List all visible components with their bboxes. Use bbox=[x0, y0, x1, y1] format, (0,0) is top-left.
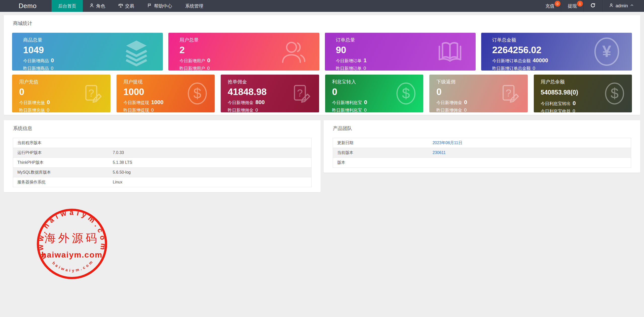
recharge-label: 充值 bbox=[545, 3, 554, 9]
dollar-circle-icon: $ bbox=[395, 82, 417, 105]
flag-icon bbox=[147, 3, 152, 9]
row-value: 5.1.38 LTS bbox=[108, 158, 311, 168]
stat-line-label: 昨日新增充值 bbox=[19, 107, 45, 112]
stat-line-value: 0 bbox=[47, 99, 50, 106]
svg-text:haiwaiym.com: haiwaiym.com bbox=[52, 259, 95, 273]
stat-line-value: 0 bbox=[533, 66, 535, 71]
stat-line-label: 今日利息宝转出 bbox=[541, 101, 571, 107]
admin-user-menu[interactable]: admin bbox=[602, 0, 640, 12]
stat-line-label: 今日新增订单总金额 bbox=[492, 58, 531, 64]
row-label: 服务器操作系统 bbox=[13, 177, 109, 187]
stat-line-label: 今日新增提现 bbox=[124, 100, 149, 106]
refresh-button[interactable] bbox=[583, 0, 602, 12]
nav-item-roles[interactable]: 角色 bbox=[83, 0, 112, 12]
product-team-panel: 产品团队 更新日期 2023年06月11日 当前版本 230611 版本 bbox=[324, 120, 640, 173]
stat-line-value: 0 bbox=[364, 66, 366, 71]
main-menu: 后台首页 角色 交易 帮助中心 系统管理 bbox=[52, 0, 210, 12]
scales-icon bbox=[118, 3, 123, 9]
withdraw-label: 提现 bbox=[568, 3, 577, 9]
table-row: 服务器操作系统 Linux bbox=[13, 177, 312, 187]
stat-card-user-withdraw: 用户提现 1000 今日新增提现1000 昨日新增提现0 $ bbox=[117, 75, 215, 112]
stamp-center-cn-text: 海外源码 bbox=[45, 232, 99, 244]
nav-item-help-center[interactable]: 帮助中心 bbox=[141, 0, 179, 12]
svg-text:¥: ¥ bbox=[602, 42, 611, 60]
stat-line-label: 昨日新增利息宝 bbox=[332, 107, 362, 112]
stat-line-label: 昨日新增用户 bbox=[179, 66, 205, 71]
system-info-title: 系统信息 bbox=[8, 125, 316, 132]
open-book-icon bbox=[436, 38, 464, 66]
nav-item-label: 帮助中心 bbox=[154, 3, 172, 9]
current-version-link[interactable]: 230611 bbox=[433, 150, 446, 155]
nav-item-trade[interactable]: 交易 bbox=[112, 0, 141, 12]
row-value bbox=[428, 158, 631, 168]
stat-card-total-orders: 订单总量 90 今日新增订单1 昨日新增订单0 bbox=[325, 33, 476, 71]
stat-line-value: 40000 bbox=[533, 57, 548, 64]
row-label: 当前程序版本 bbox=[13, 138, 109, 148]
stat-cards-row-1: 商品总量 1049 今日新增商品0 昨日新增商品0 用户总量 2 今日新增用户0… bbox=[8, 33, 636, 71]
system-info-table: 当前程序版本 运行PHP版本 7.0.33 ThinkPHP版本 5.1.38 … bbox=[13, 138, 312, 187]
watermark-stamp: www.haiwaiym.com 海外源码 haiwaiym.com haiwa… bbox=[35, 207, 109, 281]
stat-line-value: 0 bbox=[47, 108, 49, 112]
stat-line-label: 今日新增充值 bbox=[19, 100, 45, 106]
svg-text:?: ? bbox=[506, 87, 511, 99]
document-question-pencil-icon: ? bbox=[498, 82, 521, 105]
table-row: ThinkPHP版本 5.1.38 LTS bbox=[13, 158, 312, 168]
row-label: 当前版本 bbox=[333, 148, 428, 158]
withdraw-button[interactable]: 提现 1 bbox=[561, 0, 583, 12]
dollar-circle-icon: $ bbox=[604, 82, 625, 105]
brand-logo[interactable]: Demo bbox=[0, 0, 52, 12]
navbar-right: 充值 0 提现 1 admin bbox=[539, 0, 644, 12]
stat-line-value: 0 bbox=[364, 108, 367, 112]
bottom-panels: 系统信息 当前程序版本 运行PHP版本 7.0.33 ThinkPHP版本 5.… bbox=[4, 120, 640, 192]
admin-username: admin bbox=[616, 3, 628, 9]
layers-icon bbox=[122, 37, 151, 67]
nav-item-dashboard[interactable]: 后台首页 bbox=[52, 0, 83, 12]
nav-item-system-management[interactable]: 系统管理 bbox=[179, 0, 210, 12]
nav-item-label: 系统管理 bbox=[185, 3, 203, 9]
stat-card-user-recharge: 用户充值 0 今日新增充值0 昨日新增充值0 ? bbox=[12, 75, 110, 112]
stamp-circle-icon: www.haiwaiym.com 海外源码 haiwaiym.com haiwa… bbox=[35, 207, 109, 281]
table-row: 运行PHP版本 7.0.33 bbox=[13, 148, 312, 158]
svg-text:$: $ bbox=[611, 85, 619, 101]
stat-card-total-products: 商品总量 1049 今日新增商品0 昨日新增商品0 bbox=[12, 33, 163, 71]
mall-statistics-panel: 商城统计 商品总量 1049 今日新增商品0 昨日新增商品0 用户总量 2 今日… bbox=[4, 15, 640, 115]
recharge-badge: 0 bbox=[555, 1, 560, 7]
document-question-pencil-icon: ? bbox=[81, 82, 104, 105]
recharge-button[interactable]: 充值 0 bbox=[539, 0, 561, 12]
svg-text:?: ? bbox=[88, 87, 94, 99]
stat-line-label: 昨日新增商品 bbox=[23, 66, 49, 71]
stat-line-value: 0 bbox=[573, 100, 576, 107]
stat-line-value: 0 bbox=[364, 99, 367, 106]
withdraw-badge: 1 bbox=[577, 1, 583, 7]
row-value: 5.6.50-log bbox=[108, 168, 311, 177]
table-row: MySQL数据库版本 5.6.50-log bbox=[13, 168, 312, 177]
stat-line-label: 昨日新增佣金 bbox=[436, 107, 462, 112]
row-label: MySQL数据库版本 bbox=[13, 168, 109, 177]
table-row: 版本 bbox=[333, 158, 631, 168]
chevron-up-icon bbox=[630, 3, 634, 9]
refresh-icon bbox=[590, 3, 596, 9]
system-info-panel: 系统信息 当前程序版本 运行PHP版本 7.0.33 ThinkPHP版本 5.… bbox=[4, 120, 321, 192]
stat-line-label: 今日新增商品 bbox=[23, 58, 49, 64]
table-row: 更新日期 2023年06月11日 bbox=[333, 138, 631, 148]
stat-card-interest-transfer-in: 利息宝转入 0 今日新增利息宝0 昨日新增利息宝0 $ bbox=[325, 75, 424, 112]
user-icon bbox=[609, 3, 614, 9]
stamp-center-en-text: haiwaiym.com bbox=[42, 250, 103, 259]
svg-text:$: $ bbox=[193, 85, 201, 101]
table-row: 当前程序版本 bbox=[13, 138, 312, 148]
stat-line-value: 0 bbox=[464, 108, 467, 112]
svg-text:?: ? bbox=[297, 87, 302, 99]
stat-line-label: 昨日新增订单 bbox=[336, 66, 362, 71]
yen-circle-icon: ¥ bbox=[593, 37, 620, 67]
stat-line-value: 800 bbox=[255, 99, 265, 106]
stat-line-value: 0 bbox=[51, 66, 53, 71]
stat-line-label: 今日利息宝收益 bbox=[541, 108, 571, 112]
row-label: 运行PHP版本 bbox=[13, 148, 109, 158]
stat-line-value: 0 bbox=[573, 109, 575, 112]
stat-line-label: 昨日新增订单总金额 bbox=[492, 66, 531, 71]
table-row: 当前版本 230611 bbox=[333, 148, 631, 158]
mall-statistics-title: 商城统计 bbox=[8, 20, 636, 27]
product-team-title: 产品团队 bbox=[328, 125, 636, 132]
update-date-link[interactable]: 2023年06月11日 bbox=[433, 141, 462, 145]
nav-item-label: 角色 bbox=[96, 3, 105, 9]
